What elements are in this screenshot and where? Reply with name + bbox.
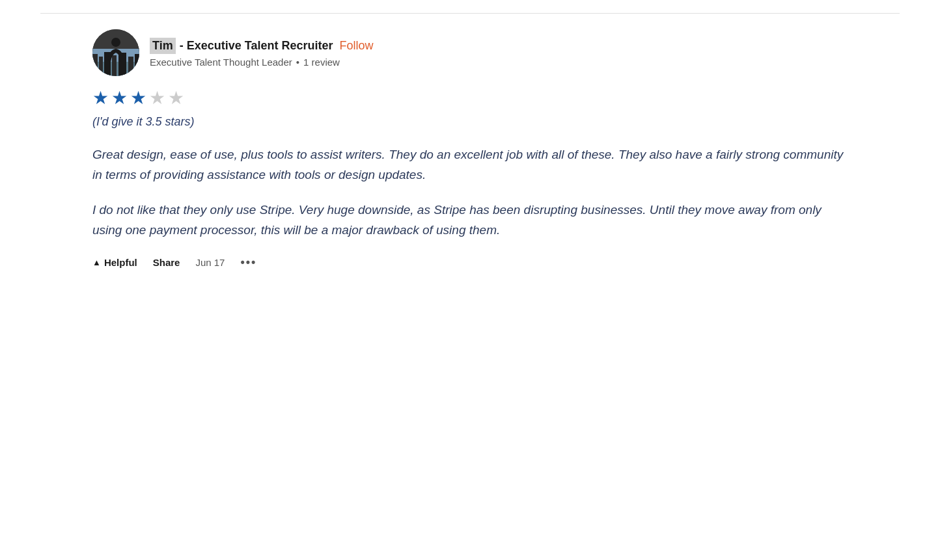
share-button[interactable]: Share (153, 257, 180, 268)
more-options-button[interactable]: ••• (240, 256, 256, 269)
follow-button[interactable]: Follow (339, 39, 373, 53)
review-body: Great design, ease of use, plus tools to… (92, 144, 848, 240)
reviewer-name: Tim (150, 38, 176, 54)
separator-dot: • (296, 57, 299, 68)
avatar (92, 29, 139, 76)
svg-rect-3 (92, 54, 98, 76)
stars-row: ★ ★ ★ ★ ★ (92, 89, 848, 107)
svg-rect-6 (112, 55, 117, 76)
review-count: 1 review (303, 57, 340, 68)
review-container: Tim - Executive Talent Recruiter Follow … (40, 13, 900, 295)
helpful-label: Helpful (104, 257, 137, 268)
reviewer-meta: Executive Talent Thought Leader • 1 revi… (150, 57, 373, 68)
review-paragraph-2: I do not like that they only use Stripe.… (92, 200, 848, 241)
star-2: ★ (111, 89, 128, 107)
helpful-arrow-icon: ▲ (92, 258, 101, 267)
rating-note: (I'd give it 3.5 stars) (92, 115, 848, 129)
reviewer-name-row: Tim - Executive Talent Recruiter Follow (150, 38, 373, 54)
helpful-button[interactable]: ▲ Helpful (92, 257, 137, 268)
star-1: ★ (92, 89, 109, 107)
svg-rect-8 (128, 57, 133, 76)
star-5: ★ (168, 89, 184, 107)
star-4: ★ (149, 89, 165, 107)
svg-rect-4 (99, 57, 103, 76)
reviewer-role: Executive Talent Thought Leader (150, 57, 292, 68)
review-date: Jun 17 (195, 257, 225, 268)
svg-point-10 (111, 38, 120, 47)
reviewer-header: Tim - Executive Talent Recruiter Follow … (92, 29, 848, 76)
review-footer: ▲ Helpful Share Jun 17 ••• (92, 256, 848, 269)
star-3: ★ (130, 89, 146, 107)
reviewer-info: Tim - Executive Talent Recruiter Follow … (150, 38, 373, 68)
svg-rect-9 (135, 54, 139, 76)
reviewer-title: - Executive Talent Recruiter (180, 39, 333, 53)
review-paragraph-1: Great design, ease of use, plus tools to… (92, 144, 848, 185)
